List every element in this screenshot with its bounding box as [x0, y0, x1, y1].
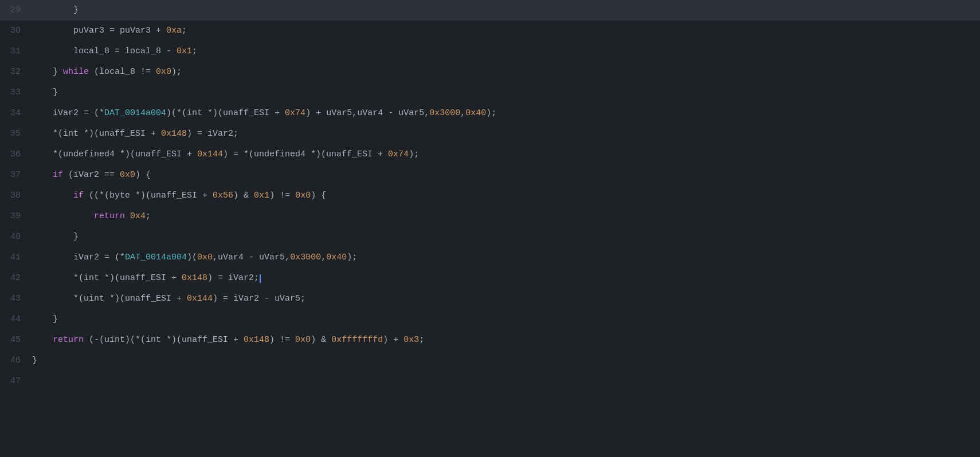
token-orange: 0x74 [285, 108, 305, 118]
token-var2: ) = *(undefined4 *)(unaff_ESI + [223, 149, 388, 159]
token-orange: 0x4 [130, 211, 146, 221]
line-content[interactable]: puVar3 = puVar3 + 0xa; [30, 21, 980, 41]
token-teal: DAT_0014a004 [104, 108, 166, 118]
line-number: 43 [0, 289, 30, 309]
token-var2 [32, 191, 73, 200]
token-orange: 0x1 [254, 191, 269, 200]
token-punc: ; [146, 211, 151, 221]
token-var2 [32, 211, 94, 221]
line-content[interactable]: if ((*(byte *)(unaff_ESI + 0x56) & 0x1) … [30, 186, 980, 206]
token-purple: return [53, 335, 84, 345]
token-punc: ; [419, 335, 424, 345]
line-number: 42 [0, 268, 30, 289]
line-content[interactable]: } [30, 227, 980, 247]
token-punc: ); [409, 149, 419, 159]
token-punc: ) { [135, 170, 151, 180]
line-content[interactable]: *(int *)(unaff_ESI + 0x148) = iVar2; [30, 124, 980, 144]
line-content[interactable]: *(undefined4 *)(unaff_ESI + 0x144) = *(u… [30, 144, 980, 165]
line-content[interactable]: } while (local_8 != 0x0); [30, 62, 980, 82]
line-number: 38 [0, 186, 30, 206]
token-var2: puVar3 = puVar3 + [32, 26, 166, 36]
token-punc: ); [171, 67, 182, 77]
line-number: 35 [0, 124, 30, 144]
token-var2: ) != [269, 191, 295, 200]
token-punc: , [321, 253, 326, 262]
code-line: 43 *(uint *)(unaff_ESI + 0x144) = iVar2 … [0, 289, 980, 309]
token-var2: ) & [233, 191, 254, 200]
line-content[interactable]: iVar2 = (*DAT_0014a004)(0x0,uVar4 - uVar… [30, 247, 980, 268]
token-punc: ); [486, 108, 496, 118]
line-content[interactable]: } [30, 82, 980, 103]
line-content[interactable]: if (iVar2 == 0x0) { [30, 165, 980, 186]
token-orange: 0x40 [326, 253, 347, 262]
token-orange: 0x0 [156, 67, 171, 77]
token-purple: return [94, 211, 125, 221]
token-orange: 0x0 [295, 335, 311, 345]
token-orange: 0x148 [244, 335, 269, 345]
token-var2: ) + [383, 335, 403, 345]
line-number: 45 [0, 330, 30, 350]
line-content[interactable]: } [30, 309, 980, 330]
line-content[interactable]: return (-(uint)(*(int *)(unaff_ESI + 0x1… [30, 330, 980, 350]
line-content[interactable]: } [30, 0, 980, 21]
token-orange: 0x1 [177, 46, 192, 56]
token-orange: 0x0 [120, 170, 135, 180]
token-var2: *(undefined4 *)(unaff_ESI + [32, 149, 197, 159]
token-orange: 0x3000 [429, 108, 460, 118]
token-var2: ) = iVar2; [187, 129, 238, 139]
code-line: 38 if ((*(byte *)(unaff_ESI + 0x56) & 0x… [0, 186, 980, 206]
token-purple: while [63, 67, 89, 77]
token-var2: *(uint *)(unaff_ESI + [32, 294, 187, 304]
token-punc: ; [192, 46, 197, 56]
line-content[interactable]: *(uint *)(unaff_ESI + 0x144) = iVar2 - u… [30, 289, 980, 309]
line-content[interactable]: *(int *)(unaff_ESI + 0x148) = iVar2; [30, 268, 980, 289]
token-punc: } [32, 5, 79, 15]
token-orange: 0x3000 [290, 253, 321, 262]
line-number: 33 [0, 82, 30, 103]
line-content[interactable]: iVar2 = (*DAT_0014a004)(*(int *)(unaff_E… [30, 103, 980, 124]
token-var2: ) + uVar5,uVar4 - uVar5, [305, 108, 429, 118]
token-var2: ) != [269, 335, 295, 345]
code-editor: 29 }30 puVar3 = puVar3 + 0xa;31 local_8 … [0, 0, 980, 457]
token-punc: } [32, 356, 37, 365]
line-number: 39 [0, 206, 30, 227]
token-var2: (local_8 != [89, 67, 156, 77]
line-number: 36 [0, 144, 30, 165]
line-content[interactable]: } [30, 350, 980, 371]
token-var2: ) = iVar2 - uVar5; [213, 294, 305, 304]
token-punc: ) { [311, 191, 326, 200]
token-var2: iVar2 = (* [32, 108, 104, 118]
code-line: 39 return 0x4; [0, 206, 980, 227]
line-content[interactable]: local_8 = local_8 - 0x1; [30, 41, 980, 62]
token-orange: 0x144 [197, 149, 223, 159]
code-line: 37 if (iVar2 == 0x0) { [0, 165, 980, 186]
token-orange: 0x0 [295, 191, 311, 200]
code-line: 35 *(int *)(unaff_ESI + 0x148) = iVar2; [0, 124, 980, 144]
line-number: 31 [0, 41, 30, 62]
token-punc: ; [182, 26, 187, 36]
token-orange: 0xfffffffd [331, 335, 383, 345]
token-orange: 0xa [166, 26, 182, 36]
token-orange: 0x40 [465, 108, 486, 118]
code-line: 30 puVar3 = puVar3 + 0xa; [0, 21, 980, 41]
token-orange: 0x3 [403, 335, 419, 345]
line-number: 34 [0, 103, 30, 124]
token-var2: ) & [311, 335, 331, 345]
token-var2: local_8 = local_8 - [32, 46, 177, 56]
line-number: 46 [0, 350, 30, 371]
code-line: 36 *(undefined4 *)(unaff_ESI + 0x144) = … [0, 144, 980, 165]
line-content[interactable]: return 0x4; [30, 206, 980, 227]
code-line: 46} [0, 350, 980, 371]
token-var2 [32, 170, 53, 180]
code-line: 45 return (-(uint)(*(int *)(unaff_ESI + … [0, 330, 980, 350]
code-line: 29 } [0, 0, 980, 21]
token-var2 [125, 211, 130, 221]
token-punc: ); [347, 253, 357, 262]
code-line: 33 } [0, 82, 980, 103]
token-var2: ) = iVar2; [207, 273, 259, 283]
token-teal: DAT_0014a004 [125, 253, 187, 262]
code-line: 44 } [0, 309, 980, 330]
code-line: 41 iVar2 = (*DAT_0014a004)(0x0,uVar4 - u… [0, 247, 980, 268]
code-line: 34 iVar2 = (*DAT_0014a004)(*(int *)(unaf… [0, 103, 980, 124]
token-orange: 0x56 [213, 191, 233, 200]
